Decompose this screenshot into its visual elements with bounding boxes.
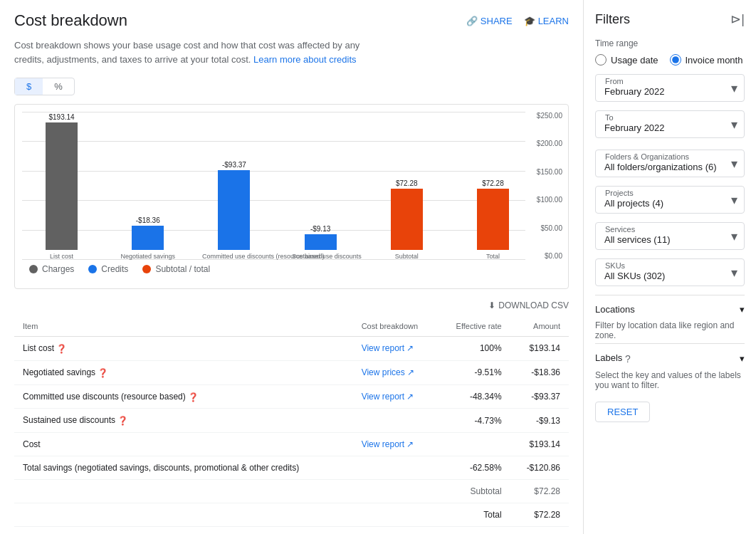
usage-date-radio[interactable] <box>595 54 607 66</box>
header-actions: 🔗 SHARE 🎓 LEARN <box>466 16 569 26</box>
download-row: ⬇ DOWNLOAD CSV <box>14 300 569 310</box>
time-range-section: Time range Usage date Invoice month From… <box>595 38 745 138</box>
bar-rect <box>218 170 250 250</box>
bar-value: $72.28 <box>396 179 418 187</box>
y-label: $150.00 <box>537 168 562 176</box>
total-amount: $72.28 <box>510 503 569 527</box>
labels-help-icon[interactable]: ? <box>625 353 631 365</box>
help-icon[interactable]: ❓ <box>186 392 199 402</box>
cell-effective-rate: 100% <box>438 337 510 361</box>
invoice-month-radio[interactable] <box>670 54 681 66</box>
from-label: From <box>604 77 625 85</box>
bar-value: -$93.37 <box>222 161 246 169</box>
share-icon: 🔗 <box>466 16 478 26</box>
to-label: To <box>604 113 615 122</box>
cell-effective-rate: -9.51% <box>438 360 510 384</box>
table-section: ⬇ DOWNLOAD CSV Item Cost breakdown Effec… <box>14 300 569 527</box>
chart-area: $250.00 $200.00 $150.00 $100.00 $50.00 $… <box>14 104 569 289</box>
bar-sustained: -$9.13 Sustained use discounts <box>288 112 353 260</box>
bar-committed: -$93.37 Committed use discounts (resourc… <box>201 112 266 260</box>
subtotal-label: Subtotal <box>438 480 510 503</box>
cell-amount: -$120.86 <box>510 456 569 480</box>
legend-charges: Charges <box>29 264 74 274</box>
table-header-row: Item Cost breakdown Effective rate Amoun… <box>14 316 569 337</box>
legend-label-credits: Credits <box>101 264 128 274</box>
view-link[interactable]: View report ↗ <box>362 343 429 353</box>
percent-toggle[interactable]: % <box>43 78 74 95</box>
bar: $72.28 Subtotal <box>391 179 423 260</box>
view-link[interactable]: View prices ↗ <box>362 367 429 377</box>
legend-credits: Credits <box>88 264 128 274</box>
help-icon[interactable]: ❓ <box>95 368 108 378</box>
labels-title: Labels ? <box>595 352 631 365</box>
usage-date-radio-item[interactable]: Usage date <box>595 54 658 66</box>
locations-section: Locations ▾ Filter by location data like… <box>595 295 745 340</box>
y-label: $100.00 <box>537 196 562 204</box>
invoice-month-label: Invoice month <box>686 55 743 66</box>
services-label: Services <box>604 225 636 234</box>
invoice-month-radio-item[interactable]: Invoice month <box>670 54 743 66</box>
dollar-toggle[interactable]: $ <box>15 78 43 95</box>
chart-bars: $193.14 List cost -$18.36 Negotiated sav… <box>22 112 525 260</box>
labels-collapse-icon: ▾ <box>740 353 745 364</box>
projects-dropdown: Projects All projects (4) ▾ <box>595 186 745 214</box>
bar-subtotal: $72.28 Subtotal <box>374 112 439 260</box>
reset-button[interactable]: RESET <box>595 402 650 422</box>
cell-item: Total savings (negotiated savings, disco… <box>14 456 353 480</box>
cell-item: Negotiated savings ❓ <box>14 360 353 384</box>
total-row: Total$72.28 <box>14 503 569 527</box>
locations-desc: Filter by location data like region and … <box>595 320 745 340</box>
skus-label: SKUs <box>604 261 626 270</box>
bar-negotiated: -$18.36 Negotiated savings <box>115 112 180 260</box>
filters-panel: Filters ⊳| Time range Usage date Invoice… <box>584 0 756 534</box>
help-icon[interactable]: ❓ <box>54 344 67 354</box>
y-label: $200.00 <box>537 140 562 147</box>
cell-cost-breakdown <box>353 409 438 433</box>
cost-table: Item Cost breakdown Effective rate Amoun… <box>14 316 569 527</box>
table-row: Sustained use discounts ❓-4.73%-$9.13 <box>14 409 569 433</box>
cell-item: Committed use discounts (resource based)… <box>14 384 353 409</box>
cell-amount: $193.14 <box>510 433 569 456</box>
legend-dot-subtotal <box>142 265 151 273</box>
cell-cost-breakdown: View prices ↗ <box>353 360 438 384</box>
cell-effective-rate: -48.34% <box>438 384 510 409</box>
table-row: List cost ❓View report ↗100%$193.14 <box>14 337 569 361</box>
col-effective-rate: Effective rate <box>438 316 510 337</box>
y-axis: $250.00 $200.00 $150.00 $100.00 $50.00 $… <box>537 112 562 260</box>
bar-rect <box>46 122 78 250</box>
main-content: Cost breakdown 🔗 SHARE 🎓 LEARN Cost brea… <box>0 0 584 534</box>
y-label: $250.00 <box>537 112 562 120</box>
share-button[interactable]: 🔗 SHARE <box>466 16 513 26</box>
subtotal-empty-2 <box>353 480 438 503</box>
bar-xlabel: Sustained use discounts <box>292 253 349 260</box>
bar-value: -$18.36 <box>136 216 160 224</box>
labels-header[interactable]: Labels ? ▾ <box>595 352 745 367</box>
filters-title: Filters <box>595 12 630 27</box>
total-empty-1 <box>14 503 353 527</box>
col-cost-breakdown: Cost breakdown <box>353 316 438 337</box>
locations-header[interactable]: Locations ▾ <box>595 304 745 318</box>
cell-amount: -$18.36 <box>510 360 569 384</box>
learn-button[interactable]: 🎓 LEARN <box>524 16 569 26</box>
time-range-radio-group: Usage date Invoice month <box>595 54 745 66</box>
bar: -$18.36 Negotiated savings <box>132 216 164 260</box>
page-header: Cost breakdown 🔗 SHARE 🎓 LEARN <box>14 11 569 30</box>
bar-value: $72.28 <box>482 179 504 187</box>
bar-xlabel: Committed use discounts (resource based) <box>202 253 266 260</box>
filters-header: Filters ⊳| <box>595 11 745 27</box>
col-amount: Amount <box>510 316 569 337</box>
bar-xlabel: Subtotal <box>395 253 419 260</box>
to-select[interactable]: February 2022 <box>595 110 745 138</box>
collapse-filters-button[interactable]: ⊳| <box>730 11 745 27</box>
learn-more-link[interactable]: Learn more about credits <box>253 54 357 65</box>
view-link[interactable]: View report ↗ <box>362 392 429 402</box>
labels-section: Labels ? ▾ Select the key and values of … <box>595 343 745 390</box>
skus-dropdown: SKUs All SKUs (302) ▾ <box>595 258 745 286</box>
usage-date-label: Usage date <box>611 55 658 66</box>
bar: $72.28 Total <box>477 179 509 260</box>
download-csv-button[interactable]: ⬇ DOWNLOAD CSV <box>488 300 569 310</box>
help-icon[interactable]: ❓ <box>115 416 128 426</box>
bar-xlabel: List cost <box>50 253 73 260</box>
cell-item: Cost <box>14 433 353 456</box>
view-link[interactable]: View report ↗ <box>362 439 429 449</box>
